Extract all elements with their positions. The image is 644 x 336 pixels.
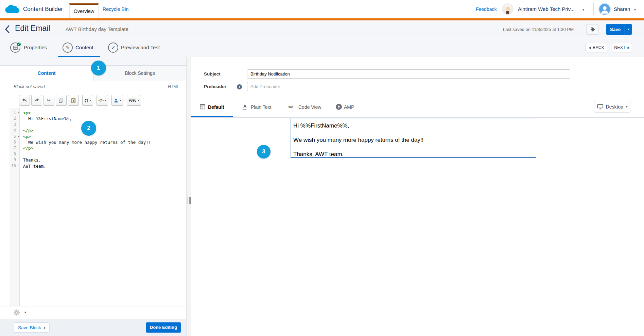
tags-button[interactable] <box>586 24 599 35</box>
save-block-button[interactable]: Save Block ▴ <box>14 322 50 333</box>
email-preview-block[interactable]: Hi %%FirstName%%, We wish you many more … <box>291 118 536 158</box>
cut-button[interactable]: ✂ <box>43 95 54 106</box>
step-content-label[interactable]: Content <box>75 45 93 50</box>
merge-fields-icon: %% <box>129 98 136 103</box>
code-line[interactable]: 10 AWT team. <box>0 163 186 169</box>
step-preview-label[interactable]: Preview and Test <box>121 45 160 50</box>
info-icon[interactable]: i <box>237 84 242 89</box>
subject-label: Subject <box>204 71 221 77</box>
save-split-button: Save ▾ <box>606 24 632 35</box>
view-tabs-border <box>191 117 644 118</box>
block-save-status: Block not saved <box>14 84 45 89</box>
user-name[interactable]: Sharan <box>614 0 630 18</box>
copy-button[interactable] <box>56 95 67 106</box>
steps-bar: ✓ Properties ✎ Content ✓ Preview and Tes… <box>0 38 644 57</box>
account-name[interactable]: Aintiram Web Tech Priv... <box>518 0 575 18</box>
nav-divider <box>593 3 594 15</box>
email-settings-panel: Subject Preheader i Default A Plain Text… <box>191 57 644 336</box>
undo-icon <box>22 98 27 103</box>
salesforce-cloud-logo-icon <box>5 4 20 15</box>
user-caret-down-icon[interactable]: ▾ <box>634 8 636 12</box>
tab-amp[interactable]: AMP <box>344 104 354 110</box>
save-button[interactable]: Save <box>606 24 625 35</box>
tab-content[interactable]: Content <box>0 66 93 81</box>
code-line[interactable]: 1 ▾ <p> <box>0 110 186 116</box>
account-caret-down-icon[interactable]: ▾ <box>582 8 584 12</box>
paste-button[interactable]: T <box>68 95 79 106</box>
save-dropdown-caret-icon[interactable]: ▾ <box>625 24 632 35</box>
feedback-link[interactable]: Feedback <box>476 0 497 18</box>
fields-top-border <box>191 66 644 66</box>
block-panel-footer: Save Block ▴ Done Editing <box>0 319 186 336</box>
step-complete-badge-icon: ✓ <box>16 42 21 47</box>
block-status-row: Block not saved HTML <box>0 81 186 93</box>
step-properties-label[interactable]: Properties <box>24 45 47 50</box>
back-chevron-icon[interactable] <box>4 25 10 33</box>
page-title: Edit Email <box>15 24 50 33</box>
scissors-icon: ✂ <box>47 98 51 103</box>
code-view-icon: </> <box>288 105 293 109</box>
tab-code-view[interactable]: Code View <box>298 104 321 110</box>
check-icon: ✓ <box>111 45 115 50</box>
code-snippet-dropdown[interactable]: </> ▾ <box>97 95 108 106</box>
default-view-icon <box>200 104 205 111</box>
copy-icon <box>58 98 64 103</box>
preview-step-icon[interactable]: ✓ <box>108 43 118 53</box>
app-title: Content Builder <box>23 0 63 18</box>
tab-plain-text[interactable]: Plain Text <box>251 104 271 110</box>
properties-step-icon[interactable]: ✓ <box>10 43 20 53</box>
preview-view-tabs: Default A Plain Text </> Code View AMP D… <box>191 97 644 117</box>
panel-splitter[interactable] <box>186 57 191 336</box>
paste-icon: T <box>71 98 76 103</box>
plain-text-icon: A <box>243 104 246 110</box>
redo-button[interactable] <box>31 95 42 106</box>
editor-mode-label: HTML <box>168 84 179 89</box>
tab-block-settings[interactable]: Block Settings <box>93 66 186 81</box>
back-button[interactable]: ◀ BACK <box>586 43 607 52</box>
code-line[interactable]: 9 Thanks, <box>0 157 186 163</box>
collapse-toolbar-caret-icon[interactable]: ▲ <box>24 310 27 314</box>
code-brackets-icon: </> <box>99 98 103 102</box>
tab-default[interactable]: Default <box>208 104 224 110</box>
undo-button[interactable] <box>19 95 30 106</box>
user-avatar[interactable] <box>598 3 611 15</box>
code-line[interactable]: 8 <box>0 151 186 157</box>
desktop-caret-down-icon: ▾ <box>626 105 628 108</box>
done-editing-button[interactable]: Done Editing <box>146 322 181 333</box>
tag-icon <box>590 27 595 32</box>
next-triangle-icon: ▶ <box>628 46 630 49</box>
code-line[interactable]: 5 ▾ <p> <box>0 134 186 139</box>
fold-toggle-icon[interactable]: ▾ <box>17 110 20 116</box>
special-character-dropdown[interactable]: Ω ▾ <box>82 95 93 106</box>
html-code-editor[interactable]: 1 ▾ <p> 2 Hi %%FirstName%%, 3 4 </p> 5 <box>0 108 186 306</box>
merge-field-dropdown[interactable]: %% ▾ <box>127 95 141 106</box>
personalization-dropdown[interactable]: ▾ <box>111 95 123 106</box>
pencil-icon: ✎ <box>66 45 70 51</box>
last-saved-status: Last saved on 11/3/2025 at 1:30 PM <box>503 27 574 32</box>
content-step-icon[interactable]: ✎ <box>63 43 73 53</box>
gear-icon[interactable] <box>14 309 20 316</box>
person-icon <box>114 98 119 103</box>
monitor-icon <box>597 104 603 110</box>
device-preview-dropdown[interactable]: Desktop ▾ <box>594 101 630 113</box>
preview-paragraph: Thanks, AWT team. <box>293 151 533 157</box>
editor-toolbar: ✂ T Ω ▾ </> ▾ ▾ %% ▾ <box>0 93 186 108</box>
subject-input[interactable] <box>247 69 570 79</box>
code-line[interactable]: 7 </p> <box>0 145 186 151</box>
preheader-input[interactable] <box>247 82 570 91</box>
preview-paragraph: We wish you many more happy returns of t… <box>293 137 533 143</box>
template-name: AWT Birthday day Template <box>66 26 128 32</box>
code-line[interactable]: 6 We wish you many more happy returns of… <box>0 139 186 145</box>
next-button[interactable]: NEXT ▶ <box>612 43 632 52</box>
editor-settings-row: ▲ <box>0 306 186 319</box>
splitter-grip-icon[interactable] <box>188 197 191 204</box>
save-block-caret-up-icon: ▴ <box>44 326 46 329</box>
content-block-panel: Content Block Settings Block not saved H… <box>0 57 186 336</box>
preheader-label: Preheader <box>204 84 226 89</box>
einstein-avatar[interactable] <box>502 3 514 15</box>
code-line[interactable]: 2 Hi %%FirstName%%, <box>0 116 186 121</box>
annotation-3: 3 <box>257 145 271 158</box>
fold-toggle-icon[interactable]: ▾ <box>17 134 20 139</box>
nav-tab-recycle-bin[interactable]: Recycle Bin <box>99 0 132 18</box>
nav-tab-overview[interactable]: Overview <box>69 3 99 20</box>
